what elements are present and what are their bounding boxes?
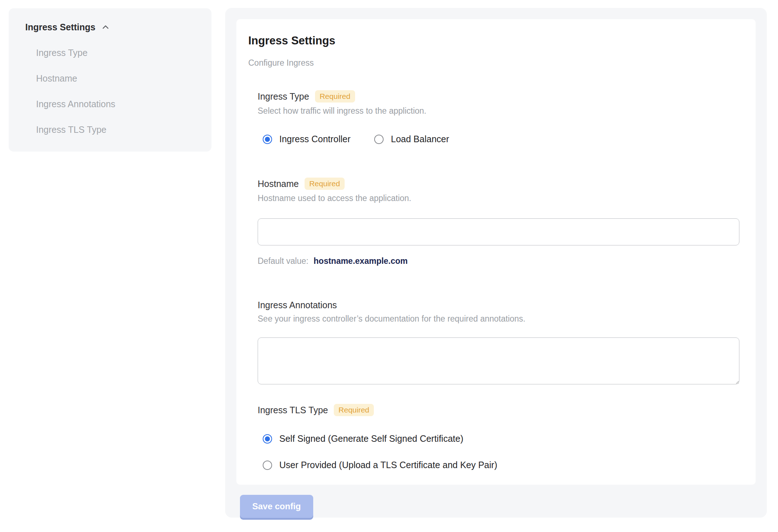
radio-label: Ingress Controller	[279, 134, 350, 144]
chevron-up-icon	[101, 22, 110, 32]
ingress-annotations-helper: See your ingress controller’s documentat…	[258, 314, 738, 324]
page-subtitle: Configure Ingress	[248, 58, 738, 68]
sidebar-item-hostname[interactable]: Hostname	[36, 73, 195, 84]
ingress-type-label: Ingress Type	[258, 91, 309, 102]
hostname-default-line: Default value: hostname.example.com	[258, 256, 738, 266]
page-title: Ingress Settings	[248, 34, 738, 47]
sidebar-section-ingress-settings[interactable]: Ingress Settings	[25, 22, 195, 32]
radio-ingress-controller[interactable]: Ingress Controller	[263, 134, 350, 144]
sidebar-section-label: Ingress Settings	[25, 22, 96, 32]
hostname-input[interactable]	[258, 218, 739, 245]
ingress-annotations-textarea[interactable]	[258, 337, 739, 384]
section-ingress-type: Ingress Type Required Select how traffic…	[258, 90, 738, 144]
ingress-type-helper: Select how traffic will ingress to the a…	[258, 106, 738, 116]
sidebar-item-ingress-annotations[interactable]: Ingress Annotations	[36, 99, 195, 109]
default-value-label: Default value:	[258, 256, 309, 266]
radio-user-provided[interactable]: User Provided (Upload a TLS Certificate …	[263, 460, 738, 470]
radio-load-balancer[interactable]: Load Balancer	[374, 134, 449, 144]
radio-self-signed[interactable]: Self Signed (Generate Self Signed Certif…	[263, 433, 738, 444]
radio-label: Self Signed (Generate Self Signed Certif…	[279, 433, 463, 444]
hostname-label: Hostname	[258, 179, 299, 189]
sidebar-item-ingress-tls-type[interactable]: Ingress TLS Type	[36, 125, 195, 135]
ingress-tls-type-label: Ingress TLS Type	[258, 405, 328, 415]
ingress-settings-card: Ingress Settings Configure Ingress Ingre…	[236, 19, 756, 485]
sidebar-item-ingress-type[interactable]: Ingress Type	[36, 48, 195, 58]
ingress-annotations-label: Ingress Annotations	[258, 300, 337, 310]
ingress-tls-radio-group: Self Signed (Generate Self Signed Certif…	[263, 433, 738, 470]
radio-label: User Provided (Upload a TLS Certificate …	[279, 460, 497, 470]
ingress-settings-nav: Ingress Settings Ingress Type Hostname I…	[9, 8, 211, 152]
ingress-type-radio-group: Ingress Controller Load Balancer	[263, 134, 738, 144]
radio-selected-icon	[263, 434, 272, 444]
radio-label: Load Balancer	[391, 134, 449, 144]
required-badge: Required	[315, 90, 355, 103]
required-badge: Required	[334, 404, 374, 416]
settings-panel: Ingress Settings Configure Ingress Ingre…	[225, 8, 767, 518]
save-row: Save config	[236, 495, 756, 518]
required-badge: Required	[305, 178, 345, 190]
default-value-text: hostname.example.com	[314, 256, 408, 266]
section-hostname: Hostname Required Hostname used to acces…	[258, 178, 738, 266]
hostname-helper: Hostname used to access the application.	[258, 193, 738, 203]
section-ingress-tls-type: Ingress TLS Type Required Self Signed (G…	[258, 404, 738, 470]
save-config-button[interactable]: Save config	[240, 495, 313, 518]
radio-selected-icon	[263, 135, 272, 144]
radio-unselected-icon	[374, 135, 384, 144]
radio-unselected-icon	[263, 461, 272, 470]
section-ingress-annotations: Ingress Annotations See your ingress con…	[258, 300, 738, 384]
